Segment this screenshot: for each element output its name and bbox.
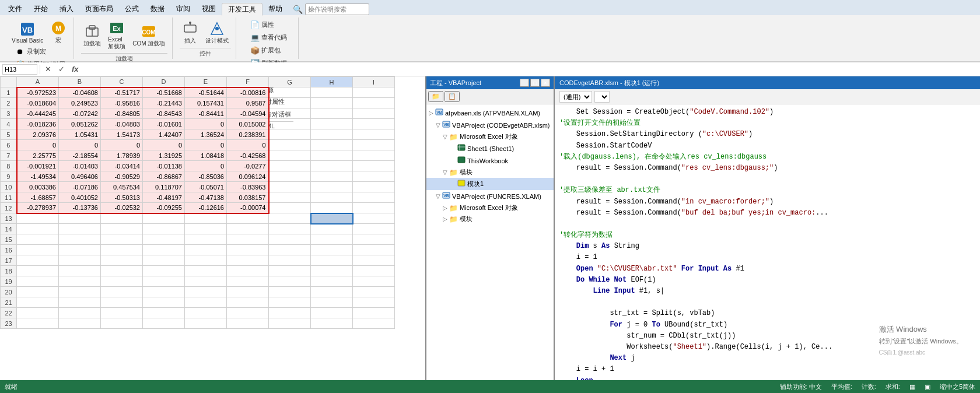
row-header-7[interactable]: 7 [1,150,17,161]
cell-C20[interactable] [101,287,143,297]
cell-G20[interactable] [269,287,311,297]
xml-extend-button[interactable]: 📦 扩展包 [248,44,283,56]
cell-H7[interactable] [311,150,353,161]
cell-E18[interactable] [185,266,227,276]
cell-E8[interactable]: 0 [185,161,227,171]
cell-C13[interactable] [101,213,143,224]
cell-A16[interactable] [17,245,59,255]
cell-H21[interactable] [311,297,353,308]
visual-basic-button[interactable]: VB Visual Basic [9,20,46,45]
cell-B21[interactable] [59,297,101,308]
cell-G11[interactable] [269,192,311,203]
cell-F9[interactable]: 0.096124 [227,171,269,182]
cell-F21[interactable] [227,297,269,308]
cell-D22[interactable] [143,308,185,318]
cell-F8[interactable]: -0.0277 [227,161,269,171]
code-content[interactable]: Set Session = CreateObject("CodeV.Comman… [555,104,980,380]
cell-I5[interactable] [353,129,395,140]
cell-D20[interactable] [143,287,185,297]
cell-C12[interactable]: -0.02532 [101,203,143,213]
cell-I16[interactable] [353,245,395,255]
vba-close-btn[interactable]: × [541,79,550,87]
cell-H1[interactable] [311,87,353,98]
formula-input[interactable] [83,66,978,73]
cell-I12[interactable] [353,203,395,213]
cell-F11[interactable]: 0.038157 [227,192,269,203]
cell-I4[interactable] [353,119,395,129]
vba-tree-sheet1[interactable]: Sheet1 (Sheet1) [426,142,554,155]
cell-H10[interactable] [311,182,353,192]
cell-H17[interactable] [311,255,353,266]
cell-I3[interactable] [353,108,395,119]
cell-I21[interactable] [353,297,395,308]
cell-D6[interactable]: 0 [143,140,185,150]
status-view-normal[interactable]: ▦ [909,383,915,391]
vba-minimize-btn[interactable]: _ [520,79,529,87]
cell-I19[interactable] [353,276,395,287]
col-D[interactable]: D [143,77,185,87]
cell-A1[interactable]: -0.972523 [17,87,59,98]
cell-E7[interactable]: 1.08418 [185,150,227,161]
tab-review[interactable]: 审阅 [170,2,196,15]
cell-G16[interactable] [269,245,311,255]
cell-F17[interactable] [227,255,269,266]
cell-F13[interactable] [227,213,269,224]
cell-C21[interactable] [101,297,143,308]
cell-G21[interactable] [269,297,311,308]
cell-B17[interactable] [59,255,101,266]
cell-A14[interactable] [17,224,59,234]
cell-A20[interactable] [17,287,59,297]
cell-C17[interactable] [101,255,143,266]
cell-D11[interactable]: -0.48197 [143,192,185,203]
vba-tree-excel-objects2[interactable]: ▷ 📁 Microsoft Excel 对象 [426,202,554,213]
row-header-17[interactable]: 17 [1,255,17,266]
cell-F6[interactable]: 0 [227,140,269,150]
cell-C18[interactable] [101,266,143,276]
tab-developer[interactable]: 开发工具 [222,3,262,16]
cell-B16[interactable] [59,245,101,255]
cell-I7[interactable] [353,150,395,161]
cell-A9[interactable]: -1.49534 [17,171,59,182]
cell-I6[interactable] [353,140,395,150]
cell-A2[interactable]: -0.018604 [17,98,59,108]
cell-D2[interactable]: -0.21443 [143,98,185,108]
row-header-8[interactable]: 8 [1,161,17,171]
cell-D7[interactable]: 1.31925 [143,150,185,161]
cell-B6[interactable]: 0 [59,140,101,150]
cell-F2[interactable]: 0.9587 [227,98,269,108]
cell-B19[interactable] [59,276,101,287]
cell-C14[interactable] [101,224,143,234]
row-header-5[interactable]: 5 [1,129,17,140]
tab-file[interactable]: 文件 [2,2,28,15]
cell-G18[interactable] [269,266,311,276]
cell-H4[interactable] [311,119,353,129]
cell-E13[interactable] [185,213,227,224]
cell-G6[interactable] [269,140,311,150]
tab-formula[interactable]: 公式 [119,2,145,15]
cell-G17[interactable] [269,255,311,266]
cell-I18[interactable] [353,266,395,276]
col-A[interactable]: A [17,77,59,87]
cell-I9[interactable] [353,171,395,182]
row-header-6[interactable]: 6 [1,140,17,150]
cell-E17[interactable] [185,255,227,266]
cell-I11[interactable] [353,192,395,203]
cell-H23[interactable] [311,318,353,329]
cell-H8[interactable] [311,161,353,171]
cell-E22[interactable] [185,308,227,318]
cell-G5[interactable] [269,129,311,140]
cell-E10[interactable]: -0.05071 [185,182,227,192]
row-header-18[interactable]: 18 [1,266,17,276]
cell-I17[interactable] [353,255,395,266]
cell-C6[interactable]: 0 [101,140,143,150]
cell-I20[interactable] [353,287,395,297]
vba-maximize-btn[interactable]: □ [530,79,540,87]
cell-I14[interactable] [353,224,395,234]
cell-C5[interactable]: 1.54173 [101,129,143,140]
cell-D5[interactable]: 1.42407 [143,129,185,140]
cell-B9[interactable]: 0.496406 [59,171,101,182]
design-mode-button[interactable]: 设计模式 [203,19,231,46]
cell-I13[interactable] [353,213,395,224]
cell-E9[interactable]: -0.85036 [185,171,227,182]
cell-E15[interactable] [185,234,227,245]
